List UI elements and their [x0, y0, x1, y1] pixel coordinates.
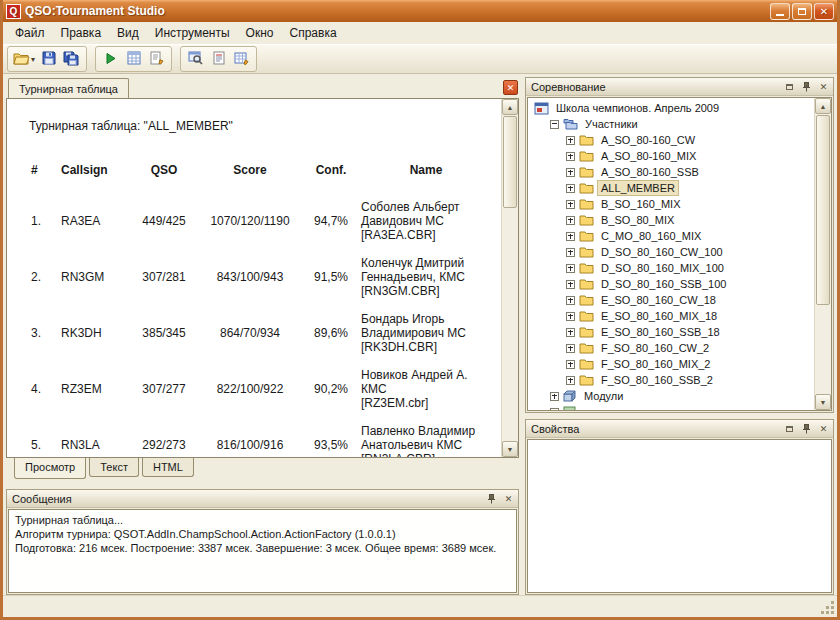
- tree-item-category[interactable]: F_SO_80_160_SSB_2: [530, 372, 814, 388]
- expand-expander-icon[interactable]: [566, 344, 575, 353]
- expand-expander-icon[interactable]: [566, 152, 575, 161]
- view-tab[interactable]: Текст: [89, 458, 139, 477]
- minimize-button[interactable]: [770, 3, 790, 20]
- scroll-down-button[interactable]: ▼: [815, 394, 831, 410]
- tree-item-category[interactable]: E_SO_80_160_SSB_18: [530, 324, 814, 340]
- pin-button[interactable]: [799, 422, 814, 436]
- tree-item-category[interactable]: B_SO_160_MIX: [530, 196, 814, 212]
- scroll-thumb[interactable]: [816, 115, 830, 305]
- panel-close-button[interactable]: ✕: [501, 492, 516, 506]
- expand-expander-icon[interactable]: [566, 248, 575, 257]
- workspace: Турнирная таблица ✕ Турнирная таблица: "…: [6, 74, 834, 595]
- float-button[interactable]: [782, 80, 797, 94]
- open-button[interactable]: ▾: [11, 48, 37, 70]
- pin-button[interactable]: [484, 492, 499, 506]
- conf-cell: 93,5%: [303, 417, 359, 457]
- expand-expander-icon[interactable]: [566, 264, 575, 273]
- expand-expander-icon[interactable]: [550, 408, 559, 411]
- folder-icon: [579, 326, 594, 338]
- menu-item[interactable]: Вид: [109, 23, 147, 43]
- rank-cell: 1.: [29, 193, 59, 249]
- maximize-button[interactable]: [792, 3, 812, 20]
- tree-item-category[interactable]: E_SO_80_160_CW_18: [530, 292, 814, 308]
- competition-panel-title: Соревнование: [531, 81, 780, 93]
- menu-item[interactable]: Правка: [53, 23, 110, 43]
- participant-name: Соболев Альберт Давидович МС: [361, 200, 491, 228]
- scroll-up-button[interactable]: ▲: [815, 98, 831, 114]
- view-tab[interactable]: Просмотр: [14, 458, 86, 479]
- expand-expander-icon[interactable]: [566, 136, 575, 145]
- view-tab[interactable]: HTML: [142, 458, 194, 477]
- panel-close-button[interactable]: ✕: [816, 80, 831, 94]
- col-score: Score: [197, 163, 303, 193]
- preview-button[interactable]: [184, 48, 207, 70]
- tab-tournament-table[interactable]: Турнирная таблица: [8, 78, 129, 98]
- document-scrollbar[interactable]: ▲ ▼: [501, 99, 518, 457]
- tree-item-partial[interactable]: [530, 404, 814, 410]
- menu-item[interactable]: Инструменты: [147, 23, 238, 43]
- scroll-down-button[interactable]: ▼: [502, 441, 518, 457]
- edit-page-button[interactable]: [145, 48, 168, 70]
- panel-close-button[interactable]: ✕: [816, 422, 831, 436]
- tree-item-category[interactable]: A_SO_80-160_CW: [530, 132, 814, 148]
- expand-expander-icon[interactable]: [566, 200, 575, 209]
- log-line: Алгоритм турнира: QSOT.AddIn.ChampSchool…: [15, 527, 510, 541]
- tree-root-competition[interactable]: Школа чемпионов. Апрель 2009: [530, 100, 814, 116]
- save-all-button[interactable]: [60, 48, 83, 70]
- expand-expander-icon[interactable]: [566, 168, 575, 177]
- menu-item[interactable]: Справка: [282, 23, 345, 43]
- scroll-up-button[interactable]: ▲: [502, 99, 518, 115]
- expand-expander-icon[interactable]: [566, 280, 575, 289]
- chevron-down-icon: ▾: [31, 55, 35, 64]
- expand-expander-icon[interactable]: [566, 376, 575, 385]
- menu-item[interactable]: Окно: [238, 23, 282, 43]
- scroll-thumb[interactable]: [503, 116, 517, 208]
- tree-item-modules[interactable]: Модули: [530, 388, 814, 404]
- competition-icon: [534, 102, 549, 115]
- save-button[interactable]: [37, 48, 60, 70]
- tree-scrollbar[interactable]: ▲ ▼: [814, 98, 831, 410]
- pin-button[interactable]: [799, 80, 814, 94]
- name-cell: Бондарь Игорь Владимирович МС[RK3DH.CBR]: [359, 305, 493, 361]
- expand-expander-icon[interactable]: [566, 184, 575, 193]
- score-cell: 822/100/922: [197, 361, 303, 417]
- resize-grip-icon[interactable]: [821, 601, 835, 615]
- participant-name: Бондарь Игорь Владимирович МС: [361, 312, 491, 340]
- pin-icon: [802, 82, 811, 92]
- float-button[interactable]: [782, 422, 797, 436]
- tree-item-category[interactable]: D_SO_80_160_SSB_100: [530, 276, 814, 292]
- tree-item-category[interactable]: A_SO_80-160_SSB: [530, 164, 814, 180]
- participant-name: Павленко Владимир Анатольевич КМС: [361, 424, 491, 452]
- tree-item-category[interactable]: D_SO_80_160_MIX_100: [530, 260, 814, 276]
- rank-cell: 3.: [29, 305, 59, 361]
- expand-expander-icon[interactable]: [550, 392, 559, 401]
- folder-icon: [579, 166, 594, 178]
- close-icon: ✕: [820, 6, 828, 17]
- expand-expander-icon[interactable]: [566, 232, 575, 241]
- tree-item-category[interactable]: ALL_MEMBER: [530, 180, 814, 196]
- close-icon: ✕: [820, 424, 828, 434]
- run-button[interactable]: [99, 48, 122, 70]
- tree-item-category[interactable]: D_SO_80_160_CW_100: [530, 244, 814, 260]
- tree-item-category[interactable]: A_SO_80-160_MIX: [530, 148, 814, 164]
- expand-expander-icon[interactable]: [566, 328, 575, 337]
- expand-expander-icon[interactable]: [566, 360, 575, 369]
- tree-item-category[interactable]: C_MO_80_160_MIX: [530, 228, 814, 244]
- report-title: Турнирная таблица: "ALL_MEMBER": [29, 119, 493, 133]
- tree-item-category[interactable]: F_SO_80_160_CW_2: [530, 340, 814, 356]
- expand-expander-icon[interactable]: [566, 312, 575, 321]
- folder-icon: [579, 182, 594, 194]
- menu-item[interactable]: Файл: [7, 23, 53, 43]
- tree-item-category[interactable]: B_SO_80_MIX: [530, 212, 814, 228]
- tournament-grid-button[interactable]: [122, 48, 145, 70]
- tree-item-participants[interactable]: Участники: [530, 116, 814, 132]
- table-edit-button[interactable]: [230, 48, 253, 70]
- document-close-button[interactable]: ✕: [503, 80, 518, 95]
- collapse-expander-icon[interactable]: [550, 120, 559, 129]
- expand-expander-icon[interactable]: [566, 216, 575, 225]
- tree-item-category[interactable]: E_SO_80_160_MIX_18: [530, 308, 814, 324]
- close-button[interactable]: ✕: [814, 3, 834, 20]
- report-button[interactable]: [207, 48, 230, 70]
- expand-expander-icon[interactable]: [566, 296, 575, 305]
- tree-item-category[interactable]: F_SO_80_160_MIX_2: [530, 356, 814, 372]
